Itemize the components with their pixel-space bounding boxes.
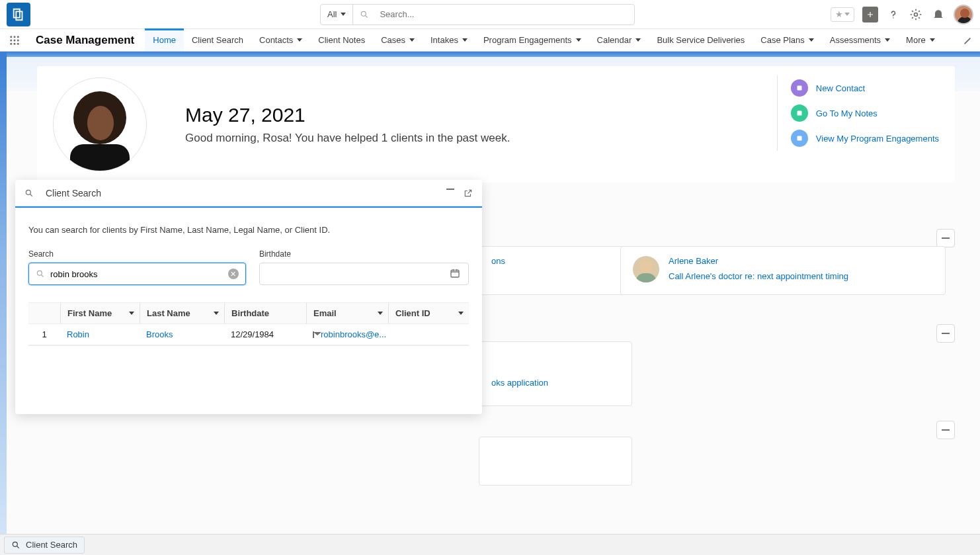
chevron-down-icon bbox=[297, 38, 302, 42]
nav-tab-client-notes[interactable]: Client Notes bbox=[310, 29, 373, 51]
help-text: You can search for clients by First Name… bbox=[28, 225, 469, 235]
salesforce-logo[interactable] bbox=[7, 3, 30, 26]
global-search: All bbox=[320, 4, 635, 25]
col-last-name[interactable]: Last Name bbox=[140, 303, 224, 323]
panel-title: Client Search bbox=[46, 188, 101, 198]
svg-point-15 bbox=[26, 190, 30, 194]
search-field-group: Search ✕ bbox=[28, 249, 246, 285]
chevron-down-icon bbox=[409, 38, 415, 42]
card-link-fragment[interactable]: ons bbox=[491, 256, 505, 266]
nav-tab-cases[interactable]: Cases bbox=[373, 29, 423, 51]
notifications-button[interactable] bbox=[931, 7, 946, 22]
col-birthdate[interactable]: Birthdate bbox=[224, 303, 306, 323]
hero-avatar bbox=[53, 77, 147, 171]
nav-tab-label: Case Plans bbox=[760, 35, 804, 45]
nav-tab-program-engagements[interactable]: Program Engagements bbox=[475, 29, 589, 51]
popout-icon bbox=[464, 189, 473, 198]
empty-card bbox=[479, 437, 632, 486]
clear-button[interactable]: ✕ bbox=[228, 269, 239, 279]
col-first-name[interactable]: First Name bbox=[60, 303, 140, 323]
svg-point-6 bbox=[10, 39, 12, 41]
global-create-button[interactable] bbox=[862, 7, 878, 22]
svg-rect-12 bbox=[797, 86, 801, 91]
hero-card: May 27, 2021 Good morning, Rosa! You hav… bbox=[37, 66, 955, 183]
col-index bbox=[28, 303, 60, 323]
svg-point-9 bbox=[10, 42, 12, 44]
chevron-down-icon bbox=[214, 312, 219, 315]
cell-birthdate: 12/29/1984 bbox=[224, 324, 306, 345]
nav-tab-contacts[interactable]: Contacts bbox=[251, 29, 310, 51]
popout-button[interactable] bbox=[464, 189, 473, 198]
nav-tab-calendar[interactable]: Calendar bbox=[589, 29, 649, 51]
cell-first-name: Robin bbox=[60, 324, 140, 345]
bell-icon bbox=[932, 8, 945, 21]
svg-point-20 bbox=[13, 542, 17, 546]
global-search-input[interactable] bbox=[380, 9, 628, 19]
nav-edit-button[interactable] bbox=[956, 29, 980, 51]
nav-tab-label: Home bbox=[153, 35, 176, 45]
search-input-wrap[interactable]: ✕ bbox=[28, 263, 246, 285]
avatar-image bbox=[70, 91, 130, 171]
contact-name-link[interactable]: Arlene Baker bbox=[669, 256, 718, 266]
chevron-down-icon bbox=[809, 38, 814, 42]
nav-tab-label: Client Search bbox=[192, 35, 243, 45]
quick-link-icon bbox=[791, 130, 808, 147]
first-name-link[interactable]: Robin bbox=[67, 329, 89, 339]
panel-search-input[interactable] bbox=[50, 269, 228, 279]
quick-link-label: Go To My Notes bbox=[816, 108, 878, 118]
minus-icon bbox=[942, 237, 950, 239]
table-header: First Name Last Name Birthdate Email Cli… bbox=[28, 303, 469, 324]
panel-birthdate-input[interactable] bbox=[266, 269, 450, 279]
minus-icon bbox=[446, 189, 454, 190]
last-name-link[interactable]: Brooks bbox=[146, 329, 173, 339]
quick-link-go-to-my-notes[interactable]: Go To My Notes bbox=[791, 105, 939, 122]
nav-bar: Case Management HomeClient SearchContact… bbox=[0, 29, 980, 52]
help-button[interactable] bbox=[886, 7, 901, 22]
user-avatar[interactable] bbox=[954, 5, 973, 24]
datepicker-button[interactable] bbox=[450, 268, 462, 280]
minimize-button[interactable] bbox=[446, 189, 454, 198]
nav-tab-assessments[interactable]: Assessments bbox=[822, 29, 898, 51]
favorites-button[interactable]: ★ bbox=[831, 7, 854, 22]
chevron-down-icon bbox=[378, 312, 383, 315]
app-name: Case Management bbox=[29, 34, 141, 47]
card-link-fragment[interactable]: oks application bbox=[491, 378, 548, 388]
nav-tabs: HomeClient SearchContactsClient NotesCas… bbox=[145, 29, 942, 51]
caret-down-icon bbox=[341, 13, 346, 16]
section-collapse-button[interactable] bbox=[936, 421, 955, 439]
app-launcher-button[interactable] bbox=[0, 34, 29, 46]
utility-client-search[interactable]: Client Search bbox=[4, 536, 85, 554]
global-header: All ★ bbox=[0, 0, 980, 29]
setup-button[interactable] bbox=[909, 7, 923, 22]
svg-point-11 bbox=[17, 42, 19, 44]
nav-tab-label: Calendar bbox=[597, 35, 632, 45]
cell-index: 1 bbox=[28, 324, 60, 345]
nav-tab-more[interactable]: More bbox=[898, 29, 943, 51]
chevron-down-icon bbox=[462, 38, 468, 42]
nav-tab-home[interactable]: Home bbox=[145, 28, 184, 51]
svg-rect-14 bbox=[797, 136, 801, 141]
help-icon bbox=[887, 8, 900, 21]
col-client-id[interactable]: Client ID bbox=[388, 303, 469, 323]
nav-tab-bulk-service-deliveries[interactable]: Bulk Service Deliveries bbox=[649, 29, 753, 51]
email-link[interactable]: robinbrooks@e... bbox=[321, 329, 386, 339]
utility-label: Client Search bbox=[26, 540, 77, 550]
quick-link-new-contact[interactable]: New Contact bbox=[791, 79, 939, 97]
star-icon: ★ bbox=[835, 9, 843, 19]
quick-link-view-my-program-engagements[interactable]: View My Program Engagements bbox=[791, 130, 939, 147]
nav-tab-case-plans[interactable]: Case Plans bbox=[753, 29, 821, 51]
nav-tab-client-search[interactable]: Client Search bbox=[184, 29, 251, 51]
section-collapse-button[interactable] bbox=[936, 229, 955, 247]
section-collapse-button[interactable] bbox=[936, 324, 955, 343]
nav-tab-intakes[interactable]: Intakes bbox=[423, 29, 475, 51]
gear-icon bbox=[909, 8, 922, 21]
quick-link-label: View My Program Engagements bbox=[816, 134, 939, 144]
task-link[interactable]: Call Arlene's doctor re: next appointmen… bbox=[669, 271, 848, 281]
svg-rect-19 bbox=[451, 270, 459, 277]
global-search-field[interactable] bbox=[353, 9, 634, 19]
birthdate-input-wrap[interactable] bbox=[259, 263, 469, 285]
col-email[interactable]: Email bbox=[306, 303, 388, 323]
partial-card: ons bbox=[479, 246, 632, 295]
nav-tab-label: Client Notes bbox=[318, 35, 365, 45]
search-scope-dropdown[interactable]: All bbox=[321, 5, 353, 24]
